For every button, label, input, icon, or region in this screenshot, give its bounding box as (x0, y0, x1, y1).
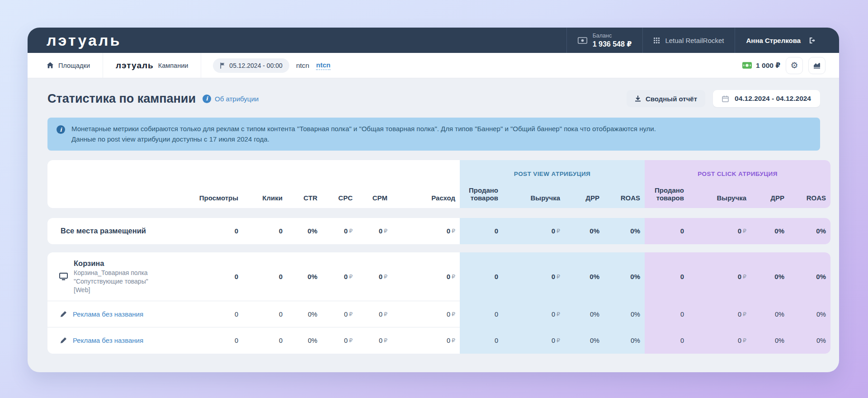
date-range-picker[interactable]: 04.12.2024 - 04.12.2024 (713, 90, 820, 107)
metric-value: 0₽ (392, 327, 460, 354)
placement-subtitle-line: [Web] (74, 286, 148, 294)
metric-value: 0₽ (322, 301, 357, 327)
launch-date-value: 05.12.2024 - 00:00 (229, 62, 283, 69)
account-name: Letual RetailRocket (665, 37, 724, 44)
brand-logo[interactable]: лэтуаль (47, 33, 121, 48)
metric-value: 0 (460, 252, 503, 301)
metric-value: 0% (604, 218, 645, 244)
table-row: Реклама без названия000%0₽0₽0₽00₽0%0%00₽… (47, 327, 830, 354)
metric-value: 0% (604, 252, 645, 301)
metric-value: 0% (789, 301, 830, 327)
metric-value: 0 (243, 252, 287, 301)
column-header: Расход (392, 182, 460, 208)
info-icon: i (203, 95, 211, 103)
column-header: ДРР (565, 182, 604, 208)
metric-value: 0₽ (357, 327, 392, 354)
currency-symbol: ₽ (384, 273, 387, 280)
metric-value: 0₽ (689, 252, 751, 301)
ad-name-link[interactable]: Реклама без названия (73, 336, 143, 344)
monitor-icon (59, 273, 68, 280)
currency-symbol: ₽ (384, 227, 387, 234)
metric-value: 0 (645, 327, 689, 354)
metric-value: 0₽ (689, 327, 751, 354)
about-attribution-link[interactable]: i Об атрибуции (203, 95, 259, 103)
banknote-icon (578, 37, 587, 44)
launch-date-chip: 05.12.2024 - 00:00 (213, 58, 289, 73)
wallet-balance: 1 000 ₽ (742, 62, 780, 70)
nav-campaigns-label: Кампании (158, 62, 189, 69)
metric-value: 0 (645, 301, 689, 327)
date-range-value: 04.12.2024 - 04.12.2024 (735, 95, 811, 103)
gear-icon: ⚙ (790, 60, 798, 71)
campaign-tag-link[interactable]: ntcn (316, 61, 330, 70)
info-banner: i Монетарные метрики собираются только д… (47, 118, 820, 151)
balance-text: Баланс 1 936 548 ₽ (593, 32, 632, 48)
campaign-tag: ntcn (296, 62, 309, 70)
user-name: Анна Стрелкова (746, 37, 801, 44)
area-chart-icon (813, 62, 821, 69)
summary-report-button[interactable]: Сводный отчёт (627, 90, 705, 107)
balance-block[interactable]: Баланс 1 936 548 ₽ (566, 28, 643, 53)
nav-campaigns[interactable]: лэтуаль Кампании (103, 53, 201, 78)
ad-name-cell: Реклама без названия (47, 301, 183, 327)
brand-logo-small: лэтуаль (116, 61, 154, 71)
metric-value: 0% (751, 327, 789, 354)
metric-value: 0₽ (322, 252, 357, 301)
pencil-icon[interactable] (60, 337, 67, 344)
metric-value: 0₽ (503, 252, 565, 301)
page-actions: Сводный отчёт 04.12.2024 - 04.12.2024 (627, 90, 820, 107)
metric-value: 0 (645, 252, 689, 301)
metric-value: 0₽ (322, 218, 357, 244)
metric-value: 0₽ (392, 301, 460, 327)
metric-value: 0₽ (503, 327, 565, 354)
currency-symbol: ₽ (743, 311, 746, 317)
logout-icon[interactable] (809, 37, 816, 44)
ad-name-cell: Реклама без названия (47, 327, 183, 354)
metric-value: 0% (287, 301, 322, 327)
table-row: КорзинаКорзина_Товарная полка"Сопутствую… (47, 252, 830, 301)
metric-value: 0 (183, 327, 243, 354)
user-menu[interactable]: Анна Стрелкова (735, 28, 827, 53)
metric-value: 0 (460, 218, 503, 244)
placement-name-cell: КорзинаКорзина_Товарная полка"Сопутствую… (47, 252, 183, 301)
column-header: Выручка (503, 182, 565, 208)
metric-value: 0 (183, 301, 243, 327)
currency-symbol: ₽ (349, 337, 353, 344)
pencil-icon[interactable] (60, 311, 67, 317)
metric-value: 0% (565, 252, 604, 301)
column-header: Продано товаров (645, 182, 689, 208)
column-header: CPC (322, 182, 357, 208)
metric-value: 0% (789, 218, 830, 244)
account-switcher[interactable]: Letual RetailRocket (642, 28, 735, 53)
nav-platforms[interactable]: Площадки (28, 53, 103, 78)
column-header: CPM (357, 182, 392, 208)
currency-symbol: ₽ (384, 311, 387, 317)
header-spacer (47, 160, 460, 182)
metric-value: 0% (789, 327, 830, 354)
settings-button[interactable]: ⚙ (786, 57, 803, 74)
metric-value: 0₽ (392, 252, 460, 301)
column-header: ROAS (789, 182, 830, 208)
post-click-group-label: POST CLICK АТРИБУЦИЯ (698, 171, 778, 177)
metric-value: 0₽ (503, 301, 565, 327)
ad-name-link[interactable]: Реклама без названия (73, 310, 143, 318)
column-header: Клики (243, 182, 287, 208)
currency-symbol: ₽ (743, 273, 746, 280)
banner-line-1: Монетарные метрики собираются только для… (71, 123, 656, 134)
money-icon (742, 62, 752, 69)
topbar-right-cluster: Баланс 1 936 548 ₽ Letual RetailRocket А… (566, 28, 839, 53)
currency-symbol: ₽ (743, 227, 746, 234)
banner-info-icon: i (57, 125, 65, 134)
currency-symbol: ₽ (557, 227, 560, 234)
metric-value: 0 (645, 218, 689, 244)
metric-value: 0₽ (357, 218, 392, 244)
page-title: Статистика по кампании (47, 92, 196, 106)
metric-value: 0₽ (322, 327, 357, 354)
metric-value: 0 (243, 218, 287, 244)
analytics-button[interactable] (808, 57, 826, 74)
column-header: ДРР (751, 182, 789, 208)
column-header-row: ПросмотрыКликиCTRCPCCPMРасходПродано тов… (47, 182, 830, 208)
attribution-group-row: POST VIEW АТРИБУЦИЯPOST CLICK АТРИБУЦИЯ (47, 160, 830, 182)
balance-value: 1 936 548 ₽ (593, 40, 632, 48)
table-header-card: POST VIEW АТРИБУЦИЯPOST CLICK АТРИБУЦИЯП… (47, 160, 830, 208)
